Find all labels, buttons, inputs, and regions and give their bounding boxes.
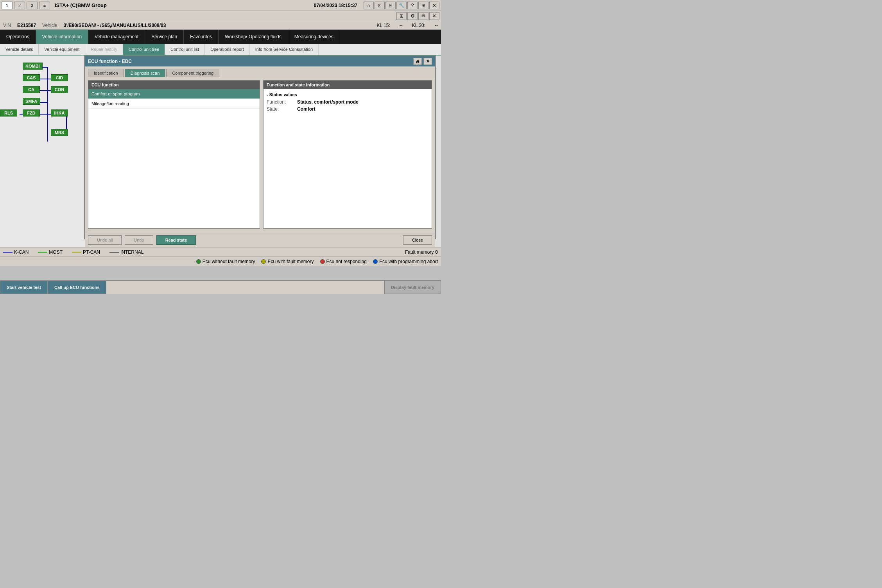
call-up-ecu-button[interactable]: Call up ECU functions bbox=[48, 281, 106, 294]
monitor-button[interactable]: ⊡ bbox=[375, 2, 385, 9]
no-fault-label: Ecu without fault memory bbox=[203, 259, 255, 264]
not-responding-label: Ecu not responding bbox=[326, 259, 367, 264]
pt-can-label: PT-CAN bbox=[83, 249, 100, 255]
nav-measuring[interactable]: Measuring devices bbox=[288, 30, 340, 44]
app-title: ISTA+ (C)BMW Group bbox=[55, 2, 107, 8]
ecu-rls[interactable]: RLS bbox=[0, 109, 17, 117]
prog-abort-legend: Ecu with programming abort bbox=[373, 259, 438, 264]
list-view-button[interactable]: ≡ bbox=[39, 2, 50, 9]
dialog-header: ECU function - EDC 🖨 ✕ bbox=[85, 56, 435, 66]
with-fault-label: Ecu with fault memory bbox=[267, 259, 314, 264]
dialog-footer: Undo all Undo Read state Close bbox=[85, 232, 435, 247]
kl30-label: KL 30: bbox=[412, 23, 425, 28]
vin-bar-right: KL 15: -- KL 30: -- bbox=[377, 23, 438, 28]
home-button[interactable]: ⌂ bbox=[364, 2, 374, 9]
tab-1-button[interactable]: 1 bbox=[2, 2, 13, 9]
ecu-mrs[interactable]: MRS bbox=[51, 129, 68, 136]
nav-operations[interactable]: Operations bbox=[0, 30, 36, 44]
ecu-legend-bar: Ecu without fault memory Ecu with fault … bbox=[0, 256, 441, 266]
help-button[interactable]: ? bbox=[407, 2, 418, 9]
datetime: 07/04/2023 18:15:37 bbox=[314, 3, 357, 8]
can-legend: K-CAN MOST PT-CAN INTERNAL bbox=[3, 249, 143, 255]
tab-2-button[interactable]: 2 bbox=[14, 2, 25, 9]
display-fault-memory-button[interactable]: Display fault memory bbox=[384, 281, 441, 294]
wrench-button[interactable]: 🔧 bbox=[396, 2, 407, 9]
tab-component-triggering[interactable]: Component triggering bbox=[166, 69, 219, 77]
vin-bar: VIN E215587 Vehicle 3'/E90/SEDAN/ - /S65… bbox=[0, 21, 441, 30]
camera-button[interactable]: ⊟ bbox=[385, 2, 396, 9]
ecu-cid[interactable]: CID bbox=[51, 74, 68, 81]
close2-button[interactable]: ✕ bbox=[429, 12, 439, 20]
tree-svg bbox=[0, 56, 86, 243]
copy-button[interactable]: ⊞ bbox=[396, 12, 407, 20]
ecu-function-list: ECU function Comfort or sport program Mi… bbox=[88, 80, 260, 229]
kl15-label: KL 15: bbox=[377, 23, 390, 28]
dialog-close-button[interactable]: ✕ bbox=[423, 58, 432, 65]
tab-3-button[interactable]: 3 bbox=[27, 2, 38, 9]
vin-value: E215587 bbox=[17, 23, 36, 28]
close-dialog-button[interactable]: Close bbox=[403, 235, 432, 245]
internal-legend: INTERNAL bbox=[109, 249, 143, 255]
subnav-vehicle-equip[interactable]: Vehicle equipment bbox=[39, 44, 85, 55]
fault-memory-value: 0 bbox=[435, 249, 438, 255]
close-button[interactable]: ✕ bbox=[429, 2, 439, 9]
no-fault-dot bbox=[196, 259, 201, 264]
title-bar-left: 1 2 3 ≡ ISTA+ (C)BMW Group bbox=[2, 2, 107, 9]
undo-button[interactable]: Undo bbox=[125, 235, 153, 245]
ecu-kombi[interactable]: KOMBI bbox=[23, 63, 43, 70]
nav-service-plan[interactable]: Service plan bbox=[145, 30, 184, 44]
can-legend-bar: K-CAN MOST PT-CAN INTERNAL Fault memory … bbox=[0, 247, 441, 256]
state-row-state: State: Comfort bbox=[267, 106, 428, 112]
settings3-button[interactable]: ⊞ bbox=[418, 2, 428, 9]
ecu-cas[interactable]: CAS bbox=[23, 74, 40, 81]
internal-label: INTERNAL bbox=[120, 249, 143, 255]
sub-nav: Vehicle details Vehicle equipment Repair… bbox=[0, 44, 441, 56]
tab-identification[interactable]: Identification bbox=[88, 69, 124, 77]
toolbar2: ⊞ ⚙ ✉ ✕ bbox=[0, 11, 441, 21]
ecu-con[interactable]: CON bbox=[51, 86, 68, 93]
start-vehicle-test-button[interactable]: Start vehicle test bbox=[0, 281, 48, 294]
action-bar-gap bbox=[106, 281, 384, 294]
subnav-operations-report[interactable]: Operations report bbox=[205, 44, 250, 55]
nav-workshop[interactable]: Workshop/ Operating fluids bbox=[219, 30, 288, 44]
subnav-control-unit-tree[interactable]: Control unit tree bbox=[123, 44, 165, 55]
gear-button[interactable]: ⚙ bbox=[407, 12, 418, 20]
dialog-title: ECU function - EDC bbox=[88, 59, 132, 64]
function-state-panel: Function and state information - Status … bbox=[263, 80, 432, 229]
vin-label: VIN bbox=[3, 23, 11, 28]
nav-vehicle-mgmt[interactable]: Vehicle management bbox=[88, 30, 145, 44]
kl30-value: -- bbox=[435, 23, 438, 28]
function-mileage[interactable]: Mileage/km reading bbox=[88, 99, 260, 109]
dialog-body: ECU function Comfort or sport program Mi… bbox=[85, 77, 435, 232]
nav-vehicle-info[interactable]: Vehicle information bbox=[36, 30, 88, 44]
with-fault-dot bbox=[261, 259, 266, 264]
email-button[interactable]: ✉ bbox=[418, 12, 428, 20]
state-panel-header: Function and state information bbox=[264, 81, 432, 89]
subnav-info-service[interactable]: Info from Service Consultation bbox=[250, 44, 319, 55]
dialog-print-button[interactable]: 🖨 bbox=[413, 58, 422, 65]
fault-memory-label: Fault memory bbox=[405, 249, 434, 255]
title-bar: 1 2 3 ≡ ISTA+ (C)BMW Group 07/04/2023 18… bbox=[0, 0, 441, 11]
fault-memory-display: Fault memory 0 bbox=[405, 249, 438, 255]
tab-diagnosis-scan[interactable]: Diagnosis scan bbox=[125, 69, 166, 77]
ecu-ca[interactable]: CA bbox=[23, 86, 40, 93]
undo-all-button[interactable]: Undo all bbox=[88, 235, 122, 245]
read-state-button[interactable]: Read state bbox=[156, 235, 196, 245]
nav-favourites[interactable]: Favourites bbox=[184, 30, 219, 44]
most-label: MOST bbox=[49, 249, 63, 255]
k-can-label: K-CAN bbox=[14, 249, 29, 255]
function-comfort-sport[interactable]: Comfort or sport program bbox=[88, 89, 260, 99]
prog-abort-label: Ecu with programming abort bbox=[379, 259, 438, 264]
pt-can-legend: PT-CAN bbox=[72, 249, 100, 255]
with-fault-legend: Ecu with fault memory bbox=[261, 259, 314, 264]
subnav-control-unit-list[interactable]: Control unit list bbox=[165, 44, 205, 55]
ecu-fzd[interactable]: FZD bbox=[23, 109, 40, 117]
state-key-function: Function: bbox=[267, 99, 294, 105]
ecu-smfa[interactable]: SMFA bbox=[23, 98, 40, 105]
state-val-function: Status, comfort/sport mode bbox=[297, 99, 359, 105]
ecu-ihka[interactable]: IHKA bbox=[51, 109, 68, 117]
subnav-vehicle-details[interactable]: Vehicle details bbox=[0, 44, 39, 55]
most-legend: MOST bbox=[38, 249, 63, 255]
footer-left-buttons: Undo all Undo Read state bbox=[88, 235, 196, 245]
prog-abort-dot bbox=[373, 259, 378, 264]
